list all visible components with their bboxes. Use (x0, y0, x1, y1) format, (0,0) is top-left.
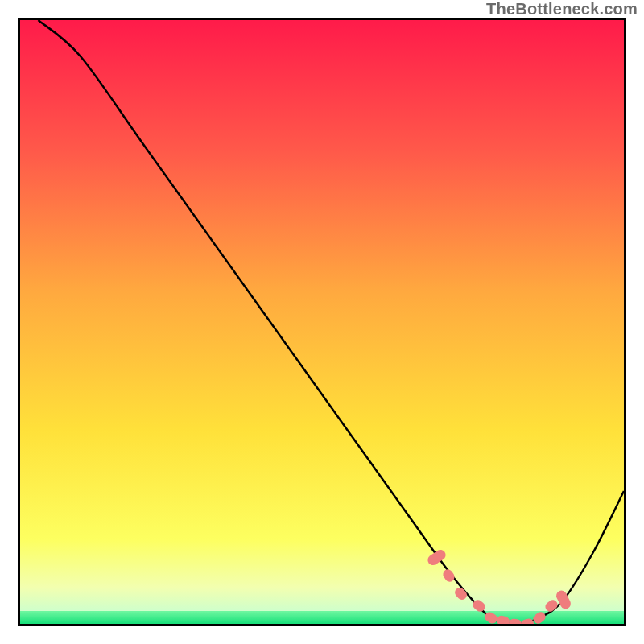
plot-frame (18, 18, 626, 626)
optimal-bead (441, 568, 456, 584)
optimal-bead (543, 598, 559, 613)
chart-stage: TheBottleneck.com (0, 0, 644, 644)
chart-svg (20, 20, 624, 624)
bottleneck-curve-path (39, 20, 625, 624)
optimal-bead (453, 586, 469, 602)
optimal-bead (531, 610, 547, 624)
optimal-bead (520, 617, 535, 624)
optimal-bead (508, 618, 522, 624)
watermark-text: TheBottleneck.com (486, 0, 638, 19)
optimal-bead (496, 614, 510, 624)
